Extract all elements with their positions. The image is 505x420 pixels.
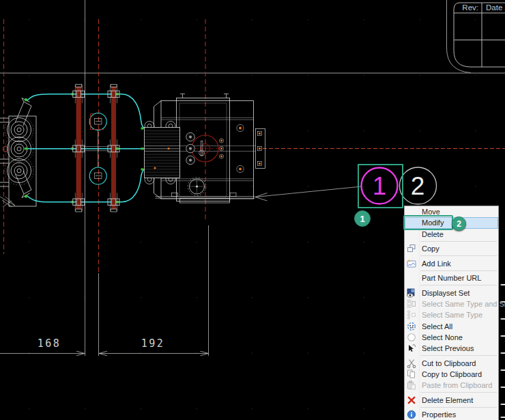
menu-item-displayset-set[interactable]: Displayset Set: [405, 288, 498, 298]
step-badge-1: 1: [354, 210, 371, 227]
menu-item-delete[interactable]: Delete: [405, 229, 498, 240]
displayset-icon: [407, 288, 416, 298]
modify-highlight-ring: [403, 215, 453, 230]
menu-item-properties[interactable]: Properties: [405, 409, 498, 420]
paste-clipboard-icon: [407, 380, 416, 390]
menu-item-delete-element[interactable]: Delete Element: [405, 395, 498, 406]
cut-icon: [407, 359, 416, 368]
menu-item-cut-to-clipboard[interactable]: Cut to Clipboard: [405, 358, 498, 369]
delete-element-icon: [407, 395, 416, 405]
dimension-192: 192: [141, 337, 165, 350]
select-none-icon: [407, 333, 416, 342]
copy-clipboard-icon: [407, 369, 416, 379]
cad-application-window: Rev: Date 168 192: [0, 0, 505, 420]
date-label: Date: [486, 3, 502, 12]
copy-icon: [407, 244, 416, 253]
step-badge-2: 2: [452, 216, 466, 231]
add-link-icon: [407, 259, 416, 268]
properties-icon: [407, 410, 416, 419]
menu-item-copy[interactable]: Copy: [405, 243, 498, 254]
selection-highlight-box: [358, 164, 403, 208]
rev-label: Rev:: [462, 3, 478, 12]
balloon-2-number: 2: [411, 172, 425, 200]
menu-item-select-same-type[interactable]: Select Same Type: [405, 309, 498, 320]
select-same-type-icon: [407, 310, 416, 320]
menu-item-select-same-type-and-size[interactable]: Select Same Type and Size: [405, 298, 498, 309]
menu-item-copy-to-clipboard[interactable]: Copy to Clipboard: [405, 369, 498, 380]
select-same-type-size-icon: [407, 299, 416, 309]
menu-item-select-none[interactable]: Select None: [405, 332, 498, 343]
menu-item-add-link[interactable]: Add Link: [405, 258, 498, 269]
context-menu: Move Modify Delete Copy Add Link Part Nu…: [404, 206, 499, 420]
menu-item-paste-from-clipboard[interactable]: Paste from Clipboard: [405, 380, 498, 391]
select-previous-icon: [407, 344, 416, 353]
dimension-168: 168: [38, 337, 61, 350]
select-all-icon: [407, 322, 416, 331]
menu-item-select-previous[interactable]: Select Previous: [405, 343, 498, 354]
menu-item-part-number-url[interactable]: Part Number URL: [405, 272, 498, 283]
menu-item-select-all[interactable]: Select All: [405, 320, 498, 331]
